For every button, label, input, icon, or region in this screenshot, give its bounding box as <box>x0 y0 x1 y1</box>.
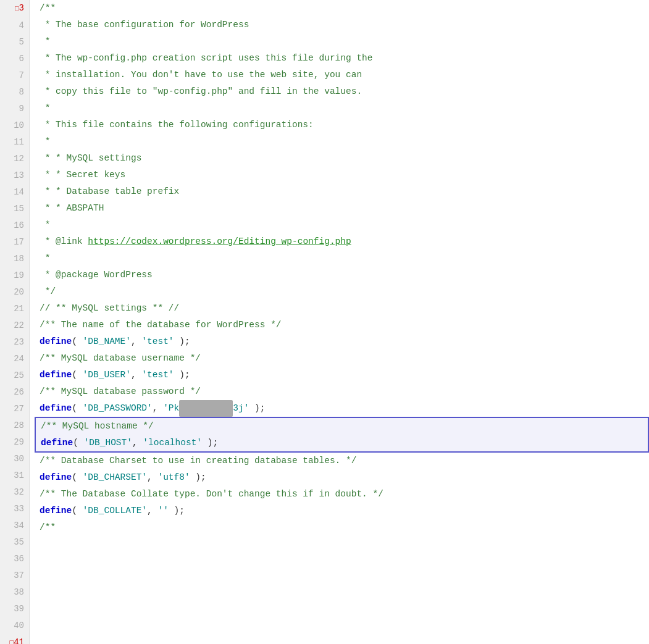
line-number: 8 <box>5 84 24 101</box>
token-comment: * * Database table prefix <box>40 183 179 200</box>
line-number: 31 <box>5 467 24 484</box>
token-normal: ( <box>72 400 82 417</box>
token-normal: ); <box>249 400 265 417</box>
token-string: 'DB_COLLATE' <box>83 503 147 519</box>
token-string: '' <box>157 503 168 519</box>
code-line: /** <box>35 519 649 536</box>
token-comment: * copy this file to "wp-config.php" and … <box>40 83 362 100</box>
token-normal: ); <box>174 333 190 350</box>
line-number: 34 <box>5 517 24 534</box>
token-string: 'localhost' <box>143 435 202 451</box>
line-number: 11 <box>5 134 24 151</box>
token-keyword: define <box>40 400 72 417</box>
token-string: 'Pk <box>163 400 179 417</box>
token-string: 'DB_HOST' <box>84 435 132 451</box>
code-line: // ** MySQL settings ** // <box>35 300 649 317</box>
line-number: 23 <box>5 334 24 351</box>
line-number: 15 <box>5 201 24 217</box>
token-comment: * This file contains the following confi… <box>40 117 314 133</box>
token-normal: , <box>147 469 157 486</box>
line-number: 29 <box>5 434 24 451</box>
line-number: 40 <box>5 617 24 634</box>
line-numbers: □345678910111213141516171819202122232425… <box>0 0 30 644</box>
token-keyword: define <box>40 333 72 350</box>
line-number: 32 <box>5 484 24 501</box>
code-line: * installation. You don't have to use th… <box>35 67 649 83</box>
line-number: 27 <box>5 401 24 417</box>
code-line: * <box>35 133 649 150</box>
code-line: * * Secret keys <box>35 167 649 183</box>
token-comment: * <box>40 33 50 50</box>
token-string: 3j' <box>233 400 249 417</box>
token-comment: * <box>40 250 50 267</box>
code-line: /** MySQL hostname */ <box>35 417 649 435</box>
line-number: 4 <box>5 17 24 34</box>
line-number: 16 <box>5 217 24 234</box>
line-number: 21 <box>5 301 24 317</box>
token-comment: * The base configuration for WordPress <box>40 17 249 33</box>
token-comment: /** Database Charset to use in creating … <box>40 453 356 469</box>
code-line: */ <box>35 283 649 300</box>
token-comment: * <box>40 100 50 117</box>
code-line: * * Database table prefix <box>35 183 649 200</box>
token-normal: ( <box>72 333 82 350</box>
line-number: 24 <box>5 351 24 367</box>
code-line: * @package WordPress <box>35 267 649 283</box>
token-comment: /** The Database Collate type. Don't cha… <box>40 486 383 503</box>
line-number: 25 <box>5 367 24 384</box>
token-comment: /** MySQL hostname */ <box>41 418 154 435</box>
code-line: * <box>35 250 649 267</box>
line-number: 35 <box>5 534 24 551</box>
token-normal: , <box>131 367 141 383</box>
token-comment: * @package WordPress <box>40 267 153 283</box>
code-line: define( 'DB_NAME', 'test' ); <box>35 333 649 350</box>
token-string: 'DB_NAME' <box>83 333 131 350</box>
token-comment: /** MySQL database password */ <box>40 383 201 400</box>
token-normal: ( <box>72 367 82 383</box>
token-comment: * <box>40 217 50 233</box>
token-normal: ( <box>72 469 82 486</box>
token-keyword: define <box>40 503 72 519</box>
token-comment: /** <box>40 519 56 536</box>
code-line: * <box>35 217 649 233</box>
token-comment: * * ABSPATH <box>40 200 104 217</box>
code-line: /** The Database Collate type. Don't cha… <box>35 486 649 503</box>
token-normal: ); <box>174 367 190 383</box>
token-string: 'test' <box>141 333 174 350</box>
code-line: * copy this file to "wp-config.php" and … <box>35 83 649 100</box>
redacted-text <box>179 400 233 417</box>
token-link[interactable]: https://codex.wordpress.org/Editing_wp-c… <box>88 233 351 250</box>
token-string: 'DB_PASSWORD' <box>83 400 153 417</box>
line-number: □3 <box>5 0 24 17</box>
line-number: 36 <box>5 551 24 567</box>
token-string: 'DB_CHARSET' <box>83 469 147 486</box>
line-number: 30 <box>5 451 24 467</box>
line-number: 10 <box>5 117 24 134</box>
token-normal: ( <box>73 435 83 451</box>
line-number: □41 <box>5 634 24 644</box>
code-line: define( 'DB_HOST', 'localhost' ); <box>35 435 649 451</box>
token-comment: // ** MySQL settings ** // <box>40 300 179 317</box>
code-line: define( 'DB_PASSWORD', 'Pk 3j' ); <box>35 400 649 417</box>
line-number: 17 <box>5 234 24 251</box>
token-string: 'DB_USER' <box>83 367 131 383</box>
code-line: * @link https://codex.wordpress.org/Edit… <box>35 233 649 250</box>
code-line: * * MySQL settings <box>35 150 649 167</box>
code-line: /** The name of the database for WordPre… <box>35 317 649 333</box>
line-number: 5 <box>5 34 24 51</box>
token-string: 'utf8' <box>157 469 190 486</box>
line-number: 14 <box>5 184 24 201</box>
line-number: 28 <box>5 417 24 434</box>
line-number: 13 <box>5 167 24 184</box>
token-comment: * * MySQL settings <box>40 150 141 167</box>
token-normal: , <box>132 435 143 451</box>
token-comment: /** <box>40 0 56 17</box>
token-comment: * * Secret keys <box>40 167 125 183</box>
token-keyword: define <box>40 469 72 486</box>
token-comment: * @link <box>40 233 88 250</box>
code-line: * The base configuration for WordPress <box>35 17 649 33</box>
code-content[interactable]: /** * The base configuration for WordPre… <box>30 0 649 644</box>
line-number: 7 <box>5 67 24 84</box>
line-number: 18 <box>5 251 24 267</box>
token-comment: /** The name of the database for WordPre… <box>40 317 282 333</box>
